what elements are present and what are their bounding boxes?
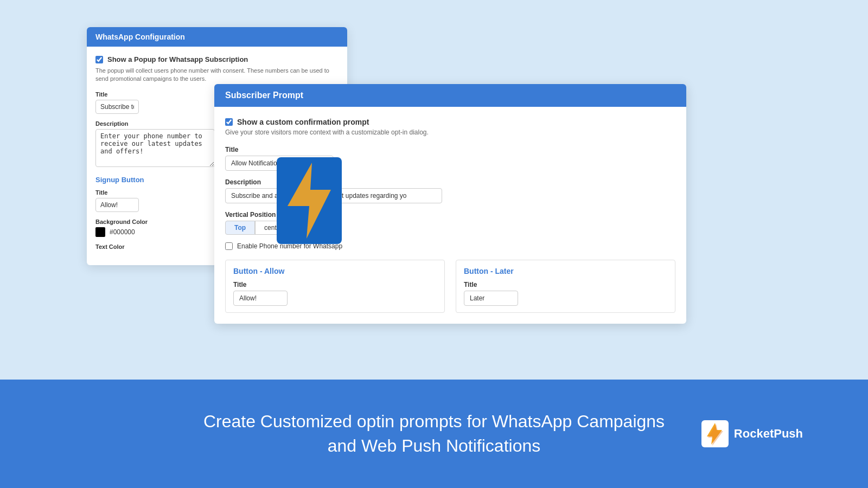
title-input[interactable] [95, 100, 139, 114]
button-later-section: Button - Later Title [456, 260, 675, 313]
preview-icon [277, 157, 342, 244]
subscriber-prompt-title: Subscriber Prompt [225, 91, 303, 100]
custom-prompt-label: Show a custom confirmation prompt [237, 118, 369, 126]
show-popup-label: Show a Popup for Whatsapp Subscription [107, 55, 248, 63]
rocketpush-brand: RocketPush [701, 420, 803, 447]
color-value: #000000 [110, 228, 135, 236]
sp-title-label: Title [225, 146, 675, 153]
allow-title-input[interactable] [233, 291, 288, 306]
description-input[interactable]: Enter your phone number to receive our l… [95, 129, 215, 167]
banner-line2: and Web Push Notifications [203, 434, 665, 458]
subscriber-prompt-header: Subscriber Prompt [214, 84, 686, 107]
vpos-top-button[interactable]: Top [225, 221, 255, 235]
buttons-row: Button - Allow Title Button - Later Titl… [225, 260, 675, 313]
rocketpush-logo-icon [701, 420, 729, 447]
whatsapp-config-title: WhatsApp Configuration [95, 33, 185, 41]
custom-prompt-checkbox[interactable] [225, 118, 233, 126]
show-popup-desc: The popup will collect users phone numbe… [95, 67, 339, 84]
color-swatch[interactable] [95, 227, 105, 237]
banner-text-block: Create Customized optin prompts for What… [203, 409, 665, 458]
allow-title-label: Title [233, 281, 437, 288]
later-title-label: Title [464, 281, 667, 288]
whatsapp-config-header: WhatsApp Configuration [87, 27, 347, 47]
button-title-input[interactable] [95, 198, 139, 212]
show-popup-checkbox[interactable] [95, 56, 103, 63]
banner-line1: Create Customized optin prompts for What… [203, 409, 665, 434]
enable-phone-checkbox[interactable] [225, 242, 233, 250]
button-later-title: Button - Later [464, 267, 667, 275]
button-allow-title: Button - Allow [233, 267, 437, 275]
bottom-banner: Create Customized optin prompts for What… [0, 380, 868, 488]
later-title-input[interactable] [464, 291, 518, 306]
button-allow-section: Button - Allow Title [225, 260, 445, 313]
rocketpush-name: RocketPush [734, 427, 803, 441]
custom-prompt-desc: Give your store visitors more context wi… [225, 129, 675, 136]
